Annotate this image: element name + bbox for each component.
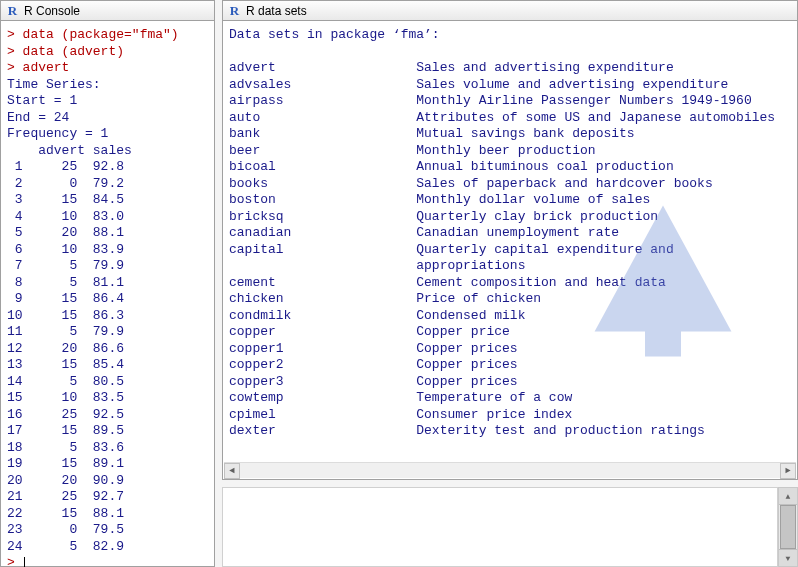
pane-splitter-horizontal[interactable] (222, 480, 798, 487)
scroll-right-button[interactable]: ► (780, 463, 796, 479)
console-title: R Console (24, 4, 80, 18)
r-logo-icon: R (5, 3, 20, 18)
datasets-output[interactable]: Data sets in package ‘fma’: advert Sales… (223, 21, 797, 462)
scroll-down-button[interactable]: ▼ (779, 549, 797, 566)
scroll-left-button[interactable]: ◄ (224, 463, 240, 479)
pane-splitter-vertical[interactable] (215, 0, 222, 567)
r-logo-icon: R (227, 3, 242, 18)
console-output[interactable]: > data (package="fma")> data (advert)> a… (1, 21, 214, 567)
bottom-pane-vscroll[interactable]: ▲ ▼ (778, 487, 798, 567)
horizontal-scrollbar[interactable]: ◄ ► (224, 462, 796, 478)
bottom-pane[interactable] (222, 487, 778, 567)
scroll-thumb[interactable] (780, 505, 796, 549)
datasets-pane: R R data sets Data sets in package ‘fma’… (222, 0, 798, 480)
datasets-titlebar[interactable]: R R data sets (223, 1, 797, 21)
datasets-title: R data sets (246, 4, 307, 18)
console-titlebar[interactable]: R R Console (1, 1, 214, 21)
console-pane: R R Console > data (package="fma")> data… (0, 0, 215, 567)
scroll-up-button[interactable]: ▲ (779, 488, 797, 505)
